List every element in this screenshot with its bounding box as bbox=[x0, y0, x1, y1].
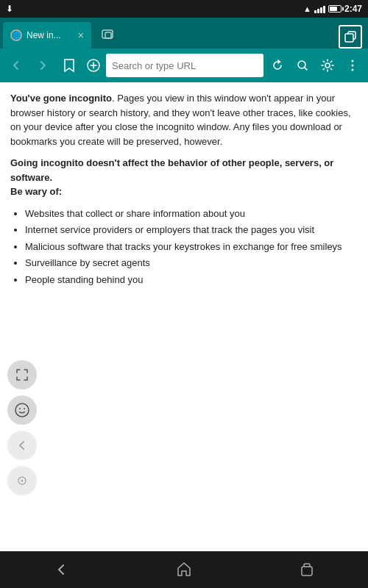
system-back-button[interactable] bbox=[39, 555, 83, 584]
list-item: Internet service providers or employers … bbox=[25, 223, 358, 237]
list-item: Malicious software that tracks your keys… bbox=[25, 240, 358, 254]
battery-icon bbox=[328, 5, 342, 12]
new-tab-button[interactable] bbox=[94, 22, 121, 49]
warning-section: Going incognito doesn't affect the behav… bbox=[10, 156, 358, 287]
svg-rect-14 bbox=[302, 567, 312, 576]
signal-icon bbox=[314, 4, 325, 13]
add-tab-button[interactable] bbox=[84, 56, 103, 75]
tab-close-button[interactable]: × bbox=[78, 29, 84, 41]
forward-button[interactable] bbox=[31, 54, 54, 77]
tab-right-actions bbox=[339, 25, 365, 49]
menu-button[interactable] bbox=[342, 54, 364, 77]
svg-rect-1 bbox=[105, 32, 111, 38]
fullscreen-fab[interactable] bbox=[7, 360, 37, 390]
intro-paragraph: You've gone incognito. Pages you view in… bbox=[10, 91, 358, 148]
url-input[interactable] bbox=[112, 60, 258, 71]
content-area: You've gone incognito. Pages you view in… bbox=[0, 82, 368, 551]
windows-button[interactable] bbox=[339, 25, 362, 49]
status-time: 2:47 bbox=[344, 4, 362, 14]
reload-button[interactable] bbox=[266, 54, 289, 77]
smiley-fab[interactable] bbox=[7, 395, 37, 425]
svg-point-11 bbox=[24, 408, 25, 409]
list-item: Surveillance by secret agents bbox=[25, 256, 358, 270]
svg-rect-2 bbox=[345, 34, 353, 42]
svg-point-5 bbox=[325, 63, 330, 68]
url-bar[interactable] bbox=[106, 54, 263, 77]
list-item: Websites that collect or share informati… bbox=[25, 207, 358, 221]
system-recents-button[interactable] bbox=[285, 555, 329, 584]
svg-point-8 bbox=[352, 69, 354, 71]
bullet-list: Websites that collect or share informati… bbox=[10, 207, 358, 287]
intro-bold: You've gone incognito bbox=[10, 93, 112, 104]
settings-button[interactable] bbox=[316, 54, 339, 77]
svg-point-10 bbox=[19, 408, 21, 409]
back-button[interactable] bbox=[4, 54, 28, 77]
tab-label: New in... bbox=[26, 30, 74, 40]
bottom-nav bbox=[0, 551, 368, 588]
download-icon: ⬇ bbox=[6, 4, 13, 14]
status-left-icons: ⬇ bbox=[6, 4, 13, 14]
bookmark-button[interactable] bbox=[57, 54, 81, 77]
floating-buttons bbox=[7, 360, 37, 495]
warning-title: Going incognito doesn't affect the behav… bbox=[10, 156, 358, 199]
status-bar: ⬇ ▲ 2:47 bbox=[0, 0, 368, 18]
tab-bar: 🌐 New in... × bbox=[0, 18, 368, 49]
address-bar bbox=[0, 49, 368, 82]
wifi-icon: ▲ bbox=[303, 4, 311, 13]
search-button[interactable] bbox=[291, 54, 314, 77]
list-item: People standing behind you bbox=[25, 273, 358, 287]
back-fab[interactable] bbox=[7, 431, 37, 460]
dot-fab[interactable] bbox=[7, 466, 37, 495]
active-tab[interactable]: 🌐 New in... × bbox=[3, 22, 91, 49]
svg-point-13 bbox=[21, 480, 24, 482]
svg-point-7 bbox=[352, 65, 354, 67]
svg-point-9 bbox=[15, 404, 29, 417]
tab-favicon-icon: 🌐 bbox=[10, 29, 22, 41]
svg-point-6 bbox=[352, 60, 354, 62]
system-home-button[interactable] bbox=[162, 555, 206, 584]
status-right-icons: ▲ 2:47 bbox=[303, 4, 362, 14]
